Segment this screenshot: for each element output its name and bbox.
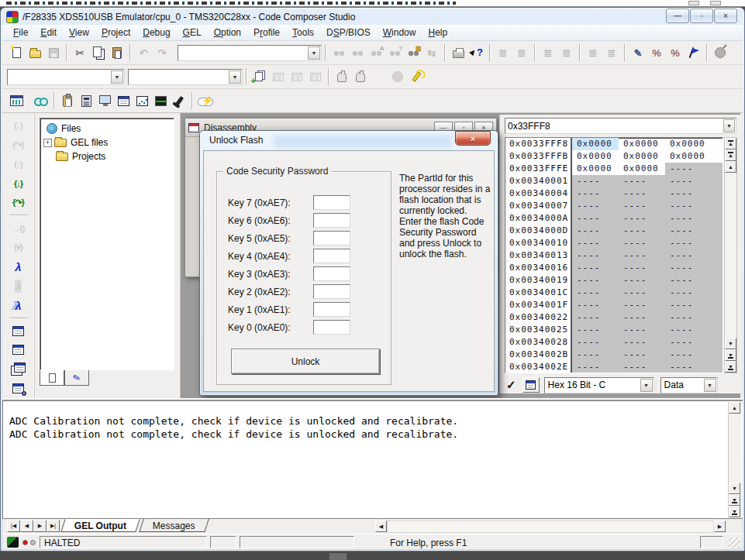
memory-cell[interactable]: ---- bbox=[619, 175, 665, 187]
tab-gel-output[interactable]: GEL Output bbox=[60, 519, 140, 532]
scroll-up-button[interactable]: ▲ bbox=[725, 161, 736, 173]
scrollbar-track[interactable] bbox=[387, 520, 714, 533]
memory-cell[interactable]: ---- bbox=[619, 212, 665, 225]
memory-cell[interactable]: ---- bbox=[572, 175, 619, 187]
undo-button[interactable]: ↶ bbox=[134, 43, 153, 62]
memory-cell[interactable]: ---- bbox=[665, 336, 712, 349]
memory-cell[interactable]: ---- bbox=[572, 237, 619, 249]
memory-row[interactable]: 0x00340019------------ bbox=[505, 274, 723, 287]
expand-blocks-button[interactable]: ≣ bbox=[584, 43, 602, 62]
memory-cell[interactable]: ---- bbox=[665, 212, 712, 225]
incremental-build-button[interactable] bbox=[269, 67, 288, 86]
expand-plus-icon[interactable]: + bbox=[43, 139, 52, 147]
watch-window-button[interactable] bbox=[32, 91, 50, 110]
files-tab[interactable] bbox=[40, 370, 64, 386]
asm-step-into-button[interactable]: {↓} bbox=[9, 116, 29, 136]
memory-cell[interactable]: 0x0000 bbox=[572, 163, 619, 175]
collapse-blocks-button[interactable]: ≣ bbox=[602, 43, 621, 62]
asm-step-out-button[interactable]: {↑} bbox=[9, 155, 29, 174]
scroll-down-button[interactable]: ▼ bbox=[729, 483, 740, 494]
clipboard-window-button[interactable] bbox=[58, 91, 77, 110]
scrollbar-track[interactable] bbox=[725, 173, 736, 338]
configuration-combobox[interactable]: ▼ bbox=[128, 69, 243, 85]
context-help-button[interactable]: ▶ ? bbox=[467, 43, 486, 62]
memory-cell[interactable]: ---- bbox=[572, 212, 619, 225]
memory-cell[interactable]: 0x0000 bbox=[665, 150, 712, 163]
menu-gel[interactable]: GEL bbox=[177, 26, 208, 40]
find-word-button[interactable]: A bbox=[367, 43, 385, 62]
memory-row[interactable]: 0x00340001------------ bbox=[505, 175, 723, 187]
scroll-to-bottom-button[interactable]: ▼ bbox=[729, 506, 740, 517]
signal-graph-button[interactable] bbox=[151, 91, 170, 110]
memory-row[interactable]: 0x00340010------------ bbox=[505, 237, 723, 249]
new-file-button[interactable] bbox=[7, 43, 26, 62]
memory-cell[interactable]: ---- bbox=[619, 324, 665, 336]
dialog-close-button[interactable]: × bbox=[455, 131, 491, 146]
minimize-button[interactable]: — bbox=[666, 9, 689, 23]
memory-cell[interactable]: ---- bbox=[572, 336, 619, 349]
memory-row[interactable]: 0x0033FFFB0x00000x00000x0000 bbox=[505, 150, 723, 163]
memory-cell[interactable]: ---- bbox=[665, 324, 712, 336]
copy-button[interactable] bbox=[89, 43, 108, 62]
open-file-button[interactable] bbox=[26, 43, 44, 62]
memory-cell[interactable]: ---- bbox=[665, 274, 712, 287]
menu-help[interactable]: Help bbox=[422, 26, 454, 40]
memory-cell[interactable]: ---- bbox=[619, 336, 665, 349]
scroll-left-button[interactable]: ◀ bbox=[375, 520, 387, 532]
key-input[interactable] bbox=[313, 231, 350, 246]
output-scrollbar[interactable]: ▲ ▼ ▼ ▼ bbox=[728, 402, 741, 517]
memory-cell[interactable]: ---- bbox=[665, 225, 712, 237]
menu-dspbios[interactable]: DSP/BIOS bbox=[320, 26, 377, 40]
previous-tab-button[interactable]: ◀ bbox=[20, 520, 33, 532]
dropdown-arrow-icon[interactable]: ▼ bbox=[308, 46, 320, 60]
menu-file[interactable]: File bbox=[7, 26, 34, 40]
memory-cell[interactable]: ---- bbox=[619, 249, 665, 262]
halt-button[interactable] bbox=[388, 67, 407, 86]
scroll-right-button[interactable]: ▶ bbox=[714, 520, 726, 532]
memory-cell[interactable]: ---- bbox=[665, 249, 712, 262]
print-button[interactable] bbox=[449, 43, 467, 62]
memory-cell[interactable]: ---- bbox=[619, 311, 665, 324]
memory-cell[interactable]: ---- bbox=[665, 262, 712, 274]
memory-cell[interactable]: ---- bbox=[619, 361, 665, 373]
memory-row[interactable]: 0x00340028------------ bbox=[505, 336, 723, 349]
step-over-button[interactable]: {↷} bbox=[9, 193, 29, 212]
stop-build-button[interactable] bbox=[306, 67, 325, 86]
key-input[interactable] bbox=[313, 320, 350, 335]
memory-cell[interactable]: ---- bbox=[665, 187, 712, 200]
memory-view-window-button[interactable] bbox=[9, 340, 29, 359]
memory-properties-button[interactable] bbox=[523, 377, 540, 393]
memory-cell[interactable]: ---- bbox=[572, 262, 619, 274]
watch-variables-window-button[interactable] bbox=[9, 321, 29, 341]
dropdown-arrow-icon[interactable]: ▼ bbox=[723, 119, 735, 132]
key-input[interactable] bbox=[313, 249, 350, 263]
paste-button[interactable] bbox=[108, 43, 126, 62]
memory-type-combobox[interactable]: Data ▼ bbox=[660, 377, 718, 393]
indent-button[interactable]: ≣ bbox=[512, 43, 531, 62]
check-icon[interactable]: ✓ bbox=[506, 378, 516, 392]
save-button[interactable] bbox=[44, 43, 63, 62]
key-input[interactable] bbox=[313, 195, 350, 210]
bookmarks-tab[interactable]: ✎ bbox=[64, 370, 89, 386]
key-input[interactable] bbox=[313, 213, 350, 228]
restore-button[interactable]: ▫ bbox=[690, 9, 713, 23]
memory-cell[interactable]: ---- bbox=[665, 349, 712, 361]
key-input[interactable] bbox=[313, 266, 350, 281]
memory-window-button[interactable] bbox=[95, 91, 114, 110]
replace-button[interactable]: ⇆ bbox=[423, 43, 441, 62]
menu-project[interactable]: Project bbox=[95, 26, 136, 40]
graph-window-button[interactable] bbox=[133, 91, 151, 110]
dropdown-arrow-icon[interactable]: ▼ bbox=[704, 379, 716, 392]
memory-address-input[interactable] bbox=[505, 119, 723, 133]
memory-cell[interactable]: ---- bbox=[572, 324, 619, 336]
find-next-button[interactable] bbox=[329, 43, 348, 62]
memory-cell[interactable]: ---- bbox=[572, 287, 619, 299]
memory-cell[interactable]: ---- bbox=[619, 262, 665, 274]
memory-row[interactable]: 0x00340022------------ bbox=[505, 311, 723, 324]
memory-cell[interactable]: ---- bbox=[665, 163, 712, 175]
memory-row[interactable]: 0x0034000A------------ bbox=[505, 212, 723, 225]
menu-tools[interactable]: Tools bbox=[286, 26, 320, 40]
asm-step-over-button[interactable]: {↷} bbox=[9, 136, 29, 155]
memory-row[interactable]: 0x0034001C------------ bbox=[505, 287, 723, 299]
menu-edit[interactable]: Edit bbox=[34, 26, 63, 40]
